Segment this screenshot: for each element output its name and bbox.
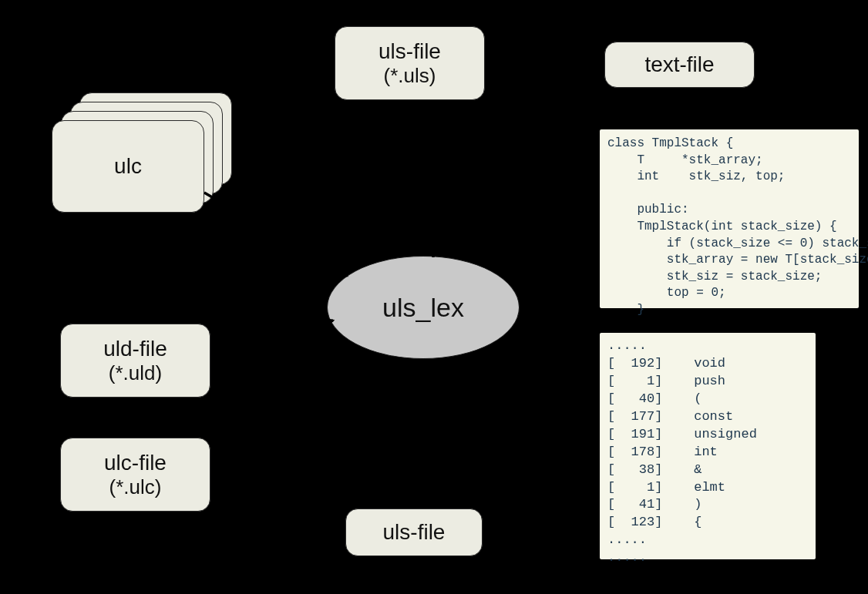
text-file-box: text-file <box>604 42 755 88</box>
uld-file-line1: uld-file <box>103 336 167 362</box>
arrow-ulc-file-to-uls-lex <box>212 350 362 462</box>
uls-file-bottom-label: uls-file <box>383 519 446 545</box>
uld-file-box: uld-file (*.uld) <box>60 324 210 398</box>
ulc-file-line2: (*.ulc) <box>109 475 162 499</box>
uls-lex-label: uls_lex <box>382 293 464 323</box>
uls-file-top-line2: (*.uls) <box>384 64 436 88</box>
diagram-canvas: { "nodes": { "ulc": { "label": "ulc" }, … <box>0 0 868 594</box>
text-file-label: text-file <box>644 52 714 78</box>
uls-lex-node: uls_lex <box>327 256 520 359</box>
uls-file-top-line1: uls-file <box>378 39 441 65</box>
ulc-label: ulc <box>114 153 142 180</box>
uld-file-line2: (*.uld) <box>109 361 162 385</box>
ulc-file-line1: ulc-file <box>104 450 167 476</box>
arrow-uld-file-to-uls-lex <box>212 320 333 354</box>
uls-file-bottom-box: uls-file <box>345 508 483 556</box>
arrow-uls-lex-to-token-panel <box>509 331 597 401</box>
arrow-uls-lex-to-code-panel <box>509 231 597 284</box>
arrow-text-file-to-uls-lex <box>472 69 580 259</box>
uls-file-top-box: uls-file (*.uls) <box>335 26 485 100</box>
arrow-uls-lex-to-uls-file-bottom <box>393 361 399 505</box>
ulc-box: ulc <box>52 120 204 213</box>
ulc-file-box: ulc-file (*.ulc) <box>60 438 210 512</box>
arrow-uls-lex-to-uls-file-top <box>430 105 433 257</box>
arrow-ulc-to-uls-lex <box>204 193 347 276</box>
token-stream-panel: ..... [ 192] void [ 1] push [ 40] ( [ 17… <box>600 333 816 559</box>
arrow-uls-file-top-to-uls-lex <box>384 102 392 253</box>
code-sample-panel: class TmplStack { T *stk_array; int stk_… <box>600 129 859 308</box>
arrow-uls-file-bottom-to-uls-lex <box>430 362 432 505</box>
